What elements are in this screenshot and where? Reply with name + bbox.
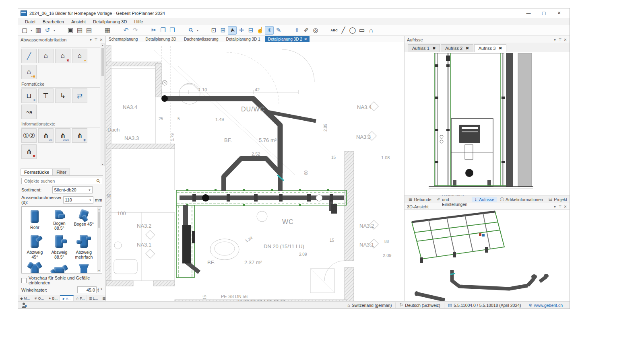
panel-pin-icon[interactable]: ⊤: [93, 38, 99, 42]
prefab-unit-tool-icon[interactable]: ⌂—: [38, 49, 54, 63]
document-tab[interactable]: Detailplanung 3D 2✕: [265, 36, 310, 42]
right-panel-tab[interactable]: ⓘArtikelinformationen: [497, 196, 545, 203]
aufrisse-pin-icon[interactable]: ⊤: [557, 38, 563, 42]
view3d-dropdown-icon[interactable]: ▾: [552, 205, 557, 209]
tab-close-icon[interactable]: ✖: [433, 46, 436, 50]
field-select[interactable]: Silent-db20▼: [52, 186, 93, 193]
copy-icon[interactable]: ❐: [159, 26, 167, 35]
open-dropdown-icon[interactable]: ▾: [52, 26, 56, 35]
prefab-disconnect-tool-icon[interactable]: ⌂⌐✖: [21, 65, 37, 79]
toolbar-separator[interactable]: [283, 26, 292, 35]
save-icon[interactable]: ▣: [66, 26, 75, 35]
label-group-tool-icon[interactable]: ⋔✚: [72, 128, 87, 143]
numbering-text-tool-icon[interactable]: ①②: [21, 128, 37, 143]
version-icon[interactable]: ▤5.5.11004.0 / 5.5.10018 (April 2024): [444, 302, 525, 308]
three-d-view[interactable]: [405, 210, 570, 301]
panel-bottom-tab[interactable]: ◆M...: [18, 295, 32, 301]
tee-fitting-tool-icon[interactable]: ⊤: [38, 88, 54, 103]
print-icon[interactable]: ▤: [75, 26, 84, 35]
panel-bottom-tab[interactable]: ▦I...: [100, 295, 105, 301]
swap-fitting-tool-icon[interactable]: ⇄: [72, 88, 87, 103]
riser-arrow-icon[interactable]: ⇧: [293, 26, 301, 35]
text-tool-icon[interactable]: ABC: [330, 26, 339, 35]
paste-icon[interactable]: ❒: [168, 26, 177, 35]
panel-bottom-tab[interactable]: ✦B...: [46, 295, 60, 301]
route-fitting-tool-icon[interactable]: ↝: [21, 105, 37, 119]
toolbar-separator[interactable]: [57, 26, 66, 35]
tab-close-icon[interactable]: ✖: [466, 46, 469, 50]
document-tab[interactable]: Dachentwässerung: [181, 36, 223, 42]
plan-drawing-canvas[interactable]: 1.1042NA3.4DU/WCNA3.42551.492.091.79Dach…: [106, 42, 404, 301]
shapes-tool-icon[interactable]: ◎: [311, 26, 320, 35]
field-select[interactable]: 110▼: [63, 196, 93, 204]
pan-tool-icon[interactable]: ☝: [256, 26, 264, 35]
right-panel-tab[interactable]: ▤Projekt: [546, 197, 570, 202]
catalog-part[interactable]: Rohr: [23, 209, 47, 230]
catalog-part[interactable]: Abzweig mehrfach: [72, 234, 96, 259]
right-panel-tab[interactable]: ▦Gebäude: [406, 197, 434, 202]
label-branch-tool-icon[interactable]: ⋔▭: [38, 128, 54, 143]
catalog-part[interactable]: Bogen 45°: [72, 209, 96, 230]
panel-bottom-tab[interactable]: ✳O...: [32, 295, 46, 301]
prefab-delete-tool-icon[interactable]: ⌂✖: [55, 49, 70, 63]
label-delete-tool-icon[interactable]: ⋔✖: [21, 144, 37, 159]
bend-fitting-tool-icon[interactable]: ↳: [55, 88, 70, 103]
zoom-dropdown-icon[interactable]: ▾: [196, 26, 200, 35]
panel-dropdown-icon[interactable]: ▾: [88, 38, 93, 42]
zoom-icon[interactable]: ⚲: [186, 26, 195, 35]
toolbar-separator[interactable]: [94, 26, 103, 35]
view3d-pin-icon[interactable]: ⊤: [557, 205, 563, 209]
sketch-tool-icon[interactable]: ✎: [274, 26, 283, 35]
menu-item[interactable]: Ansicht: [68, 19, 89, 25]
aufrisse-dropdown-icon[interactable]: ▾: [552, 38, 557, 42]
zoom-extents-icon[interactable]: ⊡: [209, 26, 218, 35]
website-globe-icon[interactable]: ⊚www.geberit.ch: [525, 302, 566, 308]
new-document-icon[interactable]: ▢: [20, 26, 29, 35]
toolbar-separator[interactable]: [200, 26, 209, 35]
cut-icon[interactable]: ✂: [149, 26, 158, 35]
angle-grid-input[interactable]: 45.0: [77, 286, 97, 293]
menu-item[interactable]: Datei: [21, 19, 39, 25]
select-elements-icon[interactable]: ⊟: [246, 26, 255, 35]
region-home-icon[interactable]: ⌂Switzerland (german): [344, 302, 395, 308]
aufriss-tab[interactable]: Aufriss 2✖: [441, 44, 473, 52]
panel-bottom-tab[interactable]: ☆F...: [74, 295, 87, 301]
toolbar-separator[interactable]: [177, 26, 186, 35]
search-input[interactable]: [23, 178, 97, 184]
panel-bottom-tab[interactable]: ➤A...: [60, 295, 74, 301]
open-file-icon[interactable]: ▥: [34, 26, 43, 35]
tab-close-icon[interactable]: ✕: [304, 37, 307, 41]
tab-close-icon[interactable]: ✖: [499, 46, 502, 50]
arc-tool-icon[interactable]: ∩: [367, 26, 376, 35]
preview-checkbox[interactable]: [21, 278, 27, 283]
parts-scrollbar[interactable]: ▲▼: [97, 208, 101, 272]
document-tab[interactable]: Detailplanung 3D: [142, 36, 181, 42]
drain-fitting-tool-icon[interactable]: ⊔≡: [21, 88, 37, 103]
catalog-part[interactable]: Schachtbogenab zweig: [47, 263, 72, 274]
menu-item[interactable]: Hilfe: [130, 19, 147, 25]
minimize-button[interactable]: —: [526, 10, 531, 16]
undo-icon[interactable]: ↶: [122, 26, 130, 35]
catalog-tab[interactable]: Formstücke: [21, 169, 53, 175]
panel-close-icon[interactable]: ✕: [99, 38, 104, 42]
menu-item[interactable]: Detailplanung 3D: [89, 19, 130, 25]
redo-icon[interactable]: ↷: [131, 26, 140, 35]
toolbar-separator[interactable]: [112, 26, 121, 35]
aufriss-tab[interactable]: Aufriss 3✖: [474, 44, 506, 52]
toolbar-separator[interactable]: [320, 26, 329, 35]
selection-rectangle-icon[interactable]: ⊞: [219, 26, 227, 35]
toolbar-separator[interactable]: [140, 26, 149, 35]
catalog-part[interactable]: Bogen 88.5°: [47, 209, 72, 230]
open-template-icon[interactable]: ↺: [43, 26, 52, 35]
calculator-icon[interactable]: ▦: [103, 26, 112, 35]
maximize-button[interactable]: ▢: [541, 10, 546, 16]
right-panel-tab[interactable]: ↧Aufrisse: [472, 197, 497, 202]
line-tool-icon[interactable]: ╱: [339, 26, 348, 35]
close-button[interactable]: ✕: [557, 10, 561, 16]
settings-tool-icon[interactable]: ✳: [265, 26, 274, 35]
panel-bottom-tab[interactable]: ≣L...: [87, 295, 100, 301]
ellipse-tool-icon[interactable]: ◯: [348, 26, 357, 35]
label-tree-tool-icon[interactable]: ⋔▭▭: [55, 128, 70, 143]
aufriss-tab[interactable]: Aufriss 1✖: [408, 44, 440, 52]
catalog-part[interactable]: Abzweig 45°: [23, 234, 47, 259]
